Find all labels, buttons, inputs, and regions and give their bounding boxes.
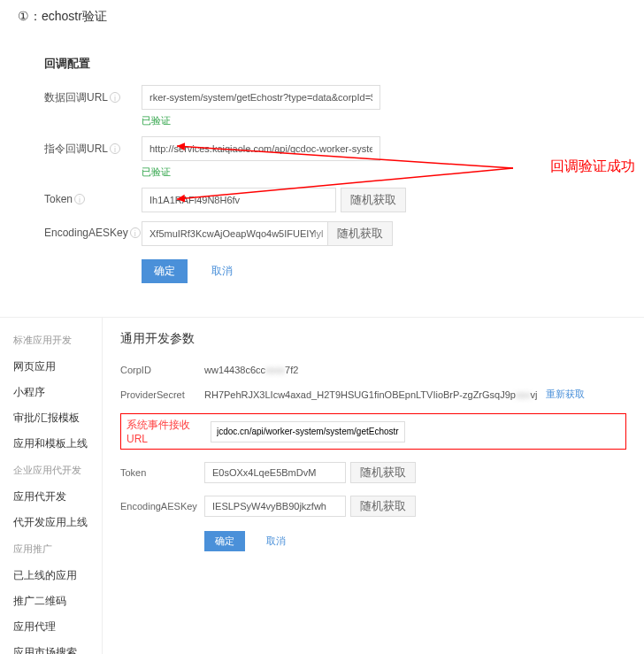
data-url-input[interactable] bbox=[142, 85, 380, 110]
sidebar-item-web[interactable]: 网页应用 bbox=[0, 354, 102, 380]
submit2-button[interactable]: 确定 bbox=[204, 531, 245, 551]
sidebar-item-dev[interactable]: 应用代开发 bbox=[0, 484, 102, 510]
aes-input[interactable] bbox=[142, 221, 336, 246]
info-icon: i bbox=[130, 227, 141, 238]
annotation-text: 回调验证成功 bbox=[550, 158, 635, 176]
sidebar-item-devpub[interactable]: 代开发应用上线 bbox=[0, 510, 102, 535]
step-number: ①： bbox=[18, 9, 42, 25]
sidebar-item-online[interactable]: 已上线的应用 bbox=[0, 563, 102, 589]
params-title: 通用开发参数 bbox=[120, 331, 626, 347]
token-label: Tokeni bbox=[44, 188, 142, 205]
cmd-url-input[interactable] bbox=[142, 136, 380, 161]
verified-badge: 已验证 bbox=[142, 114, 600, 127]
sidebar-item-agent[interactable]: 应用代理 bbox=[0, 614, 102, 640]
page-header: ①：echostr验证 bbox=[0, 0, 644, 34]
section-title: 回调配置 bbox=[44, 56, 600, 72]
aes-label: EncodingAESKeyi bbox=[44, 221, 142, 239]
aes-suffix: lyl bbox=[314, 228, 323, 239]
bottom-container: 标准应用开发 网页应用 小程序 审批/汇报模板 应用和模板上线 企业应用代开发 … bbox=[0, 317, 644, 654]
header-title: echostr验证 bbox=[42, 9, 107, 23]
corpid-label: CorpID bbox=[120, 365, 204, 375]
aes2-input[interactable] bbox=[204, 496, 346, 517]
secret-label: ProviderSecret bbox=[120, 389, 204, 400]
main-content: 通用开发参数 CorpID ww14438c6ccxxxx7f2 Provide… bbox=[102, 318, 644, 654]
sidebar-item-miniapp[interactable]: 小程序 bbox=[0, 380, 102, 405]
random-aes-button[interactable]: 随机获取 bbox=[327, 221, 393, 246]
submit-button[interactable]: 确定 bbox=[142, 259, 188, 283]
token2-input[interactable] bbox=[204, 462, 346, 483]
random-token2-button[interactable]: 随机获取 bbox=[350, 462, 416, 483]
sidebar-item-search[interactable]: 应用市场搜索 bbox=[0, 640, 102, 654]
event-url-input[interactable] bbox=[211, 421, 405, 442]
sidebar-group: 企业应用代开发 bbox=[0, 457, 102, 484]
data-url-label: 数据回调URLi bbox=[44, 85, 142, 105]
cancel2-button[interactable]: 取消 bbox=[254, 530, 298, 552]
callback-config-section: 回调配置 数据回调URLi 已验证 指令回调URLi 已验证 Tokeni 随机… bbox=[0, 34, 644, 317]
random-token-button[interactable]: 随机获取 bbox=[341, 188, 406, 212]
aes2-label: EncodingAESKey bbox=[120, 501, 204, 512]
sidebar: 标准应用开发 网页应用 小程序 审批/汇报模板 应用和模板上线 企业应用代开发 … bbox=[0, 318, 102, 654]
token-input[interactable] bbox=[142, 188, 336, 212]
verified-badge: 已验证 bbox=[142, 165, 600, 179]
event-url-highlight: 系统事件接收URL bbox=[120, 413, 626, 450]
token2-label: Token bbox=[120, 467, 204, 478]
event-url-label: 系统事件接收URL bbox=[126, 418, 211, 445]
sidebar-item-qr[interactable]: 推广二维码 bbox=[0, 589, 102, 614]
sidebar-item-publish[interactable]: 应用和模板上线 bbox=[0, 431, 102, 457]
info-icon: i bbox=[110, 143, 120, 154]
refresh-link[interactable]: 重新获取 bbox=[546, 388, 585, 401]
corpid-value: ww14438c6ccxxxx7f2 bbox=[204, 365, 298, 375]
secret-value: RH7PehRJX3LIcw4axad_H2T9HSUG1finOBEpnLTV… bbox=[204, 389, 537, 400]
random-aes2-button[interactable]: 随机获取 bbox=[350, 496, 416, 517]
sidebar-item-approval[interactable]: 审批/汇报模板 bbox=[0, 405, 102, 431]
cmd-url-label: 指令回调URLi bbox=[44, 136, 142, 157]
cancel-button[interactable]: 取消 bbox=[199, 259, 245, 283]
info-icon: i bbox=[110, 92, 120, 103]
sidebar-group: 标准应用开发 bbox=[0, 327, 102, 354]
info-icon: i bbox=[74, 194, 85, 204]
sidebar-group: 应用推广 bbox=[0, 535, 102, 563]
